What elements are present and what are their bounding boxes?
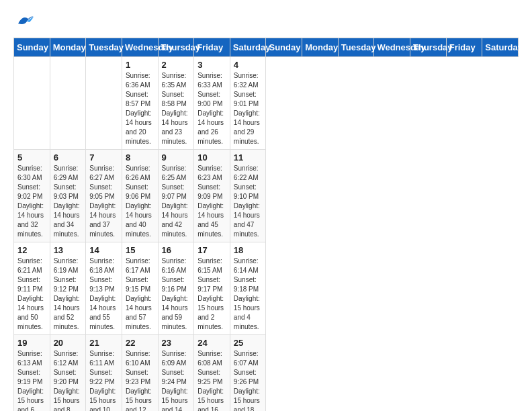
logo-bird-icon <box>15 13 35 27</box>
logo <box>13 13 35 27</box>
day-info: Sunrise: 6:26 AM Sunset: 9:06 PM Dayligh… <box>126 164 155 239</box>
day-cell: 18Sunrise: 6:14 AM Sunset: 9:18 PM Dayli… <box>230 242 266 335</box>
day-info: Sunrise: 6:07 AM Sunset: 9:26 PM Dayligh… <box>234 349 263 411</box>
day-cell: 25Sunrise: 6:07 AM Sunset: 9:26 PM Dayli… <box>230 335 266 412</box>
header-tuesday: Tuesday <box>86 38 122 57</box>
col-header-thursday: Thursday <box>410 38 447 57</box>
day-cell: 21Sunrise: 6:11 AM Sunset: 9:22 PM Dayli… <box>86 335 122 412</box>
calendar-table: SundayMondayTuesdayWednesdayThursdayFrid… <box>13 38 519 411</box>
day-number: 4 <box>234 60 263 70</box>
day-number: 24 <box>197 338 227 348</box>
day-number: 13 <box>54 245 83 255</box>
day-info: Sunrise: 6:14 AM Sunset: 9:18 PM Dayligh… <box>234 257 263 332</box>
day-info: Sunrise: 6:16 AM Sunset: 9:16 PM Dayligh… <box>162 257 191 332</box>
day-cell: 12Sunrise: 6:21 AM Sunset: 9:11 PM Dayli… <box>14 242 50 335</box>
day-number: 6 <box>54 152 83 163</box>
page-header <box>13 13 519 27</box>
day-info: Sunrise: 6:15 AM Sunset: 9:17 PM Dayligh… <box>197 257 227 332</box>
day-cell <box>14 57 50 150</box>
day-cell: 1Sunrise: 6:36 AM Sunset: 8:57 PM Daylig… <box>122 57 158 150</box>
day-cell: 23Sunrise: 6:09 AM Sunset: 9:24 PM Dayli… <box>158 335 194 412</box>
header-wednesday: Wednesday <box>122 38 158 57</box>
day-info: Sunrise: 6:10 AM Sunset: 9:23 PM Dayligh… <box>126 349 155 411</box>
header-saturday: Saturday <box>230 38 266 57</box>
day-info: Sunrise: 6:23 AM Sunset: 9:09 PM Dayligh… <box>197 164 227 239</box>
day-number: 5 <box>17 152 47 163</box>
week-row-2: 12Sunrise: 6:21 AM Sunset: 9:11 PM Dayli… <box>14 242 519 335</box>
day-number: 21 <box>89 338 119 348</box>
col-header-tuesday: Tuesday <box>338 38 374 57</box>
day-cell: 13Sunrise: 6:19 AM Sunset: 9:12 PM Dayli… <box>50 242 86 335</box>
day-number: 25 <box>234 338 263 348</box>
day-number: 15 <box>126 245 155 255</box>
day-info: Sunrise: 6:09 AM Sunset: 9:24 PM Dayligh… <box>162 349 191 411</box>
calendar-header-row: SundayMondayTuesdayWednesdayThursdayFrid… <box>14 38 519 57</box>
day-info: Sunrise: 6:30 AM Sunset: 9:02 PM Dayligh… <box>17 164 47 239</box>
day-cell: 8Sunrise: 6:26 AM Sunset: 9:06 PM Daylig… <box>122 150 158 242</box>
day-number: 18 <box>234 245 263 255</box>
week-row-3: 19Sunrise: 6:13 AM Sunset: 9:19 PM Dayli… <box>14 335 519 412</box>
week-row-1: 5Sunrise: 6:30 AM Sunset: 9:02 PM Daylig… <box>14 150 519 242</box>
day-info: Sunrise: 6:08 AM Sunset: 9:25 PM Dayligh… <box>197 349 227 411</box>
day-info: Sunrise: 6:29 AM Sunset: 9:03 PM Dayligh… <box>54 164 83 239</box>
day-info: Sunrise: 6:25 AM Sunset: 9:07 PM Dayligh… <box>162 164 191 239</box>
day-cell: 14Sunrise: 6:18 AM Sunset: 9:13 PM Dayli… <box>86 242 122 335</box>
day-number: 23 <box>162 338 191 348</box>
day-cell: 17Sunrise: 6:15 AM Sunset: 9:17 PM Dayli… <box>194 242 230 335</box>
day-number: 14 <box>89 245 119 255</box>
day-info: Sunrise: 6:33 AM Sunset: 9:00 PM Dayligh… <box>197 71 227 146</box>
day-cell: 7Sunrise: 6:27 AM Sunset: 9:05 PM Daylig… <box>86 150 122 242</box>
day-cell: 5Sunrise: 6:30 AM Sunset: 9:02 PM Daylig… <box>14 150 50 242</box>
day-number: 3 <box>197 60 227 70</box>
day-number: 11 <box>234 152 263 163</box>
day-info: Sunrise: 6:11 AM Sunset: 9:22 PM Dayligh… <box>89 349 119 411</box>
day-number: 22 <box>126 338 155 348</box>
day-cell: 24Sunrise: 6:08 AM Sunset: 9:25 PM Dayli… <box>194 335 230 412</box>
day-cell: 6Sunrise: 6:29 AM Sunset: 9:03 PM Daylig… <box>50 150 86 242</box>
day-cell: 19Sunrise: 6:13 AM Sunset: 9:19 PM Dayli… <box>14 335 50 412</box>
day-cell: 15Sunrise: 6:17 AM Sunset: 9:15 PM Dayli… <box>122 242 158 335</box>
day-info: Sunrise: 6:27 AM Sunset: 9:05 PM Dayligh… <box>89 164 119 239</box>
day-info: Sunrise: 6:32 AM Sunset: 9:01 PM Dayligh… <box>234 71 263 146</box>
day-cell: 2Sunrise: 6:35 AM Sunset: 8:58 PM Daylig… <box>158 57 194 150</box>
day-cell <box>86 57 122 150</box>
day-info: Sunrise: 6:17 AM Sunset: 9:15 PM Dayligh… <box>126 257 155 332</box>
day-cell <box>50 57 86 150</box>
header-friday: Friday <box>194 38 230 57</box>
day-info: Sunrise: 6:35 AM Sunset: 8:58 PM Dayligh… <box>162 71 191 146</box>
header-monday: Monday <box>50 38 86 57</box>
day-number: 16 <box>162 245 191 255</box>
col-header-sunday: Sunday <box>266 38 302 57</box>
day-info: Sunrise: 6:22 AM Sunset: 9:10 PM Dayligh… <box>234 164 263 239</box>
col-header-monday: Monday <box>302 38 339 57</box>
day-info: Sunrise: 6:21 AM Sunset: 9:11 PM Dayligh… <box>17 257 47 332</box>
day-number: 2 <box>162 60 191 70</box>
day-cell: 16Sunrise: 6:16 AM Sunset: 9:16 PM Dayli… <box>158 242 194 335</box>
day-cell: 4Sunrise: 6:32 AM Sunset: 9:01 PM Daylig… <box>230 57 266 150</box>
day-number: 20 <box>54 338 83 348</box>
day-number: 19 <box>17 338 47 348</box>
col-header-wednesday: Wednesday <box>374 38 410 57</box>
day-number: 17 <box>197 245 227 255</box>
day-number: 1 <box>126 60 155 70</box>
day-cell: 3Sunrise: 6:33 AM Sunset: 9:00 PM Daylig… <box>194 57 230 150</box>
day-number: 12 <box>17 245 47 255</box>
day-info: Sunrise: 6:13 AM Sunset: 9:19 PM Dayligh… <box>17 349 47 411</box>
week-row-0: 1Sunrise: 6:36 AM Sunset: 8:57 PM Daylig… <box>14 57 519 150</box>
day-number: 10 <box>197 152 227 163</box>
day-number: 7 <box>89 152 119 163</box>
day-info: Sunrise: 6:18 AM Sunset: 9:13 PM Dayligh… <box>89 257 119 332</box>
day-cell: 20Sunrise: 6:12 AM Sunset: 9:20 PM Dayli… <box>50 335 86 412</box>
day-info: Sunrise: 6:12 AM Sunset: 9:20 PM Dayligh… <box>54 349 83 411</box>
day-number: 8 <box>126 152 155 163</box>
day-info: Sunrise: 6:36 AM Sunset: 8:57 PM Dayligh… <box>126 71 155 146</box>
day-info: Sunrise: 6:19 AM Sunset: 9:12 PM Dayligh… <box>54 257 83 332</box>
day-cell: 11Sunrise: 6:22 AM Sunset: 9:10 PM Dayli… <box>230 150 266 242</box>
day-cell: 9Sunrise: 6:25 AM Sunset: 9:07 PM Daylig… <box>158 150 194 242</box>
day-number: 9 <box>162 152 191 163</box>
col-header-saturday: Saturday <box>482 38 519 57</box>
day-cell: 22Sunrise: 6:10 AM Sunset: 9:23 PM Dayli… <box>122 335 158 412</box>
col-header-friday: Friday <box>446 38 482 57</box>
day-cell: 10Sunrise: 6:23 AM Sunset: 9:09 PM Dayli… <box>194 150 230 242</box>
header-sunday: Sunday <box>14 38 50 57</box>
